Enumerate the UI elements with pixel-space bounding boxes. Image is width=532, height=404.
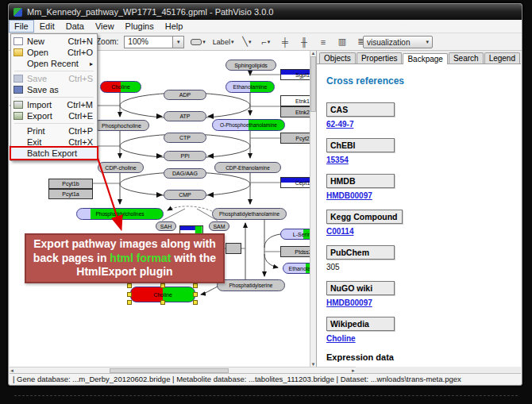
node-sah[interactable]: SAH <box>156 221 176 231</box>
file-menu-item-save-as[interactable]: Save as <box>11 84 97 95</box>
align-middle-icon: ╫ <box>301 37 307 47</box>
xref-link[interactable]: C00114 <box>326 227 513 236</box>
xref-link[interactable]: HMDB00097 <box>326 191 513 200</box>
file-menu-item-export[interactable]: ExportCtrl+E <box>11 110 97 121</box>
line-tool-icon-caret[interactable]: ▾ <box>249 39 252 45</box>
open-folder-icon <box>13 48 23 56</box>
node-ptdss2[interactable]: Ptdss2 <box>280 246 310 257</box>
menu-item-label: Exit <box>27 137 64 147</box>
node-cept1[interactable]: Cept1 <box>280 177 310 188</box>
node-ethanolamine[interactable]: Ethanolamine <box>283 263 310 274</box>
file-menu-item-import[interactable]: ImportCtrl+M <box>11 99 97 110</box>
node-l-serine[interactable]: L-Serine <box>280 229 310 240</box>
horizontal-scroll-thumb[interactable] <box>110 368 229 373</box>
selection-handle[interactable] <box>193 300 198 305</box>
node-cmp[interactable]: CMP <box>164 190 206 200</box>
label-caret-icon[interactable]: ▾ <box>231 39 234 45</box>
node-sphingolipids[interactable]: Sphingolipids <box>226 60 276 71</box>
tab-search[interactable]: Search <box>449 52 484 63</box>
align-center-button[interactable]: ╪ <box>278 35 291 48</box>
common-width-button[interactable]: ▥ <box>335 35 349 48</box>
node-sgpl1[interactable]: Sgpl1 <box>280 69 310 80</box>
node-pcyt1a[interactable]: Pcyt1a <box>48 189 93 199</box>
node-atp[interactable]: ATP <box>164 111 206 121</box>
node-phosphatidylethanolamine[interactable]: Phosphatidylethanolamine <box>212 208 287 220</box>
canvas-vertical-scrollbar[interactable]: ▲ ▼ <box>310 51 316 367</box>
menu-edit[interactable]: Edit <box>34 20 60 33</box>
common-height-icon: ≡ <box>321 37 326 47</box>
node-ctp[interactable]: CTP <box>164 133 206 143</box>
menu-icon-spacer <box>13 60 23 67</box>
node-cdp-ethanolamine[interactable]: CDP-Ethanolamine <box>214 162 281 173</box>
xref-link[interactable]: Choline <box>326 334 513 343</box>
node-phosphocholine[interactable]: Phosphocholine <box>94 120 149 131</box>
tab-legend[interactable]: Legend <box>484 52 520 63</box>
node-choline[interactable]: Choline <box>100 81 141 93</box>
selection-handle[interactable] <box>193 292 198 297</box>
align-middle-button[interactable]: ╫ <box>297 35 310 48</box>
menu-help[interactable]: Help <box>160 20 189 33</box>
file-menu-item-save[interactable]: SaveCtrl+S <box>11 73 97 84</box>
selection-handle[interactable] <box>160 283 165 288</box>
node-ppi[interactable]: PPi <box>164 151 206 161</box>
node-adp[interactable]: ADP <box>164 90 206 100</box>
gene-node[interactable] <box>226 243 241 254</box>
node-sam[interactable]: SAM <box>209 221 229 231</box>
node-etnk1[interactable]: Etnk1 <box>280 95 310 106</box>
file-menu-item-new[interactable]: NewCtrl+N <box>11 36 97 47</box>
node-phosphatidylserine[interactable]: Phosphatidylserine <box>217 279 285 291</box>
zoom-dropdown-arrow-icon[interactable]: ▾ <box>173 36 184 48</box>
connector-tool-button[interactable]: ⌐▾ <box>259 35 272 48</box>
scroll-left-icon[interactable]: ◄ <box>10 368 14 373</box>
selection-handle[interactable] <box>127 283 132 288</box>
submenu-arrow-icon: ▸ <box>90 60 93 67</box>
selection-handle[interactable] <box>160 300 165 305</box>
label-button[interactable]: Label ▾ <box>212 35 235 48</box>
menu-plugins[interactable]: Plugins <box>120 20 160 33</box>
node-o-phosphoethanolamine[interactable]: O-Phosphoethanolamine <box>212 119 285 131</box>
menu-item-shortcut: Ctrl+X <box>68 137 93 147</box>
file-menu-item-print[interactable]: PrintCtrl+P <box>11 125 97 137</box>
xref-link[interactable]: 62-49-7 <box>326 120 513 129</box>
menu-file[interactable]: File <box>9 20 34 33</box>
visualization-combo[interactable]: visualization ▾ <box>363 36 433 48</box>
file-menu-item-open-recent[interactable]: Open Recent▸ <box>11 58 97 69</box>
vertical-scroll-thumb[interactable] <box>310 56 316 112</box>
xref-link[interactable]: 15354 <box>326 156 513 164</box>
selection-handle[interactable] <box>127 300 132 305</box>
node-ethanolamine[interactable]: Ethanolamine <box>226 81 275 93</box>
datanode-button[interactable]: ▾ <box>190 35 206 48</box>
node-dag-aag[interactable]: DAG/AAG <box>164 168 206 179</box>
xref-header: HMDB <box>326 174 395 188</box>
tab-properties[interactable]: Properties <box>357 52 403 63</box>
canvas-horizontal-scrollbar[interactable]: ◄ ► <box>10 367 356 373</box>
node-phosphatidylcholines[interactable]: Phosphatidylcholines <box>76 208 164 220</box>
file-menu-item-exit[interactable]: ExitCtrl+X <box>11 137 97 148</box>
menu-item-shortcut: Ctrl+P <box>68 126 93 136</box>
menu-item-label: Import <box>27 100 63 110</box>
zoom-combo[interactable]: 100% ▾ <box>124 36 184 48</box>
node-etnk2[interactable]: Etnk2 <box>280 106 310 117</box>
menu-view[interactable]: View <box>90 20 120 33</box>
xref-link[interactable]: HMDB00097 <box>326 298 513 307</box>
scroll-right-icon[interactable]: ► <box>351 368 356 373</box>
titlebar[interactable]: Mm_Kennedy_pathway_WP1771_45176.gpml - P… <box>9 4 522 20</box>
zoom-value[interactable]: 100% <box>124 36 173 48</box>
tab-backpage[interactable]: Backpage <box>403 53 447 64</box>
file-menu-item-batch-export[interactable]: Batch Export <box>11 148 97 159</box>
node-pcyt1b[interactable]: Pcyt1b <box>48 179 93 189</box>
node-pcyt2[interactable]: Pcyt2 <box>280 133 310 144</box>
line-tool-button[interactable]: ╲▾ <box>240 35 253 48</box>
connector-tool-icon-caret[interactable]: ▾ <box>268 39 271 45</box>
scroll-up-icon[interactable]: ▲ <box>310 51 315 56</box>
tab-objects[interactable]: Objects <box>319 52 356 63</box>
node-cdp-choline[interactable]: CDP-choline <box>98 162 144 173</box>
selection-handle[interactable] <box>193 283 198 288</box>
menu-icon-spacer <box>13 127 23 135</box>
file-menu-item-open[interactable]: OpenCtrl+O <box>11 47 97 58</box>
selection-handle[interactable] <box>127 292 132 297</box>
menu-data[interactable]: Data <box>60 20 90 33</box>
common-height-button[interactable]: ≡ <box>316 35 330 48</box>
datanode-caret-icon[interactable]: ▾ <box>202 39 206 45</box>
xref-section-hmdb: HMDBHMDB00097 <box>326 174 513 200</box>
